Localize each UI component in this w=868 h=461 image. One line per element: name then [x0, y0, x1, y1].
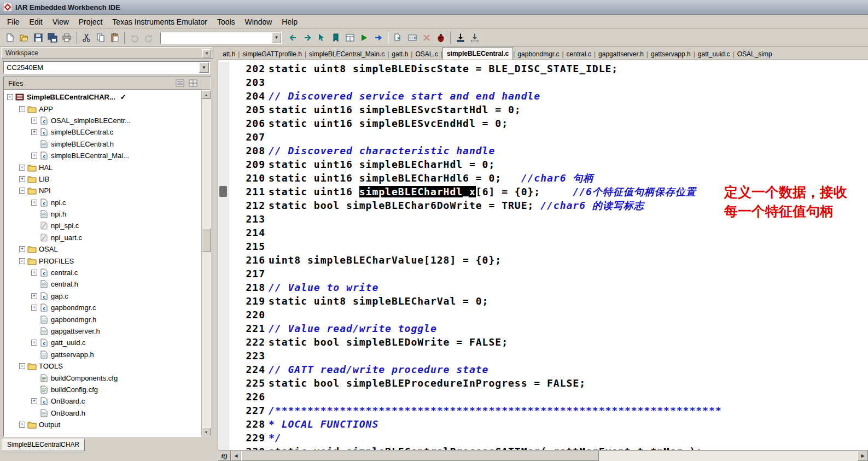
save-button[interactable] — [31, 31, 45, 45]
menu-window[interactable]: Window — [240, 15, 277, 28]
cut-button[interactable] — [79, 31, 94, 45]
download-and-debug-button[interactable] — [453, 31, 468, 45]
expand-icon[interactable]: + — [31, 398, 37, 404]
breakpoint-gutter[interactable] — [218, 103, 229, 116]
editor-tab-gatt-h[interactable]: gatt.h — [389, 48, 411, 60]
tree-item-gapbondmgr-h[interactable]: gapbondmgr.h — [6, 313, 201, 325]
editor-tab-gattservapp-h[interactable]: gattservapp.h — [648, 48, 694, 60]
expand-icon[interactable]: + — [31, 153, 37, 159]
menu-tools[interactable]: Tools — [212, 15, 240, 28]
tree-item-npi-h[interactable]: npi.h — [6, 208, 201, 220]
editor-tab-gapbondmgr-c[interactable]: gapbondmgr.c — [515, 48, 562, 60]
tree-item-lib[interactable]: +LIB — [6, 173, 201, 185]
expand-icon[interactable]: + — [31, 305, 37, 311]
code-line[interactable]: 230static void simpleBLECentralProcessGA… — [218, 445, 868, 450]
editor-tab-att-h[interactable]: att.h — [220, 48, 238, 60]
workspace-scrollbar[interactable]: ▲ ▼ — [201, 90, 211, 436]
breakpoint-gutter[interactable] — [218, 199, 229, 212]
tree-item-onboard-h[interactable]: OnBoard.h — [6, 407, 201, 419]
breakpoint-gutter[interactable] — [218, 445, 229, 450]
tree-item-gap-c[interactable]: +cgap.c — [6, 290, 201, 302]
debug-without-downloading-button[interactable] — [468, 31, 482, 45]
expand-icon[interactable]: + — [31, 340, 37, 346]
tree-item-buildcomponents-cfg[interactable]: buildComponents.cfg — [6, 372, 201, 383]
tree-item-gapgattserver-h[interactable]: gapgattserver.h — [6, 325, 201, 337]
options-column-icon[interactable] — [189, 79, 199, 87]
tree-item-hal[interactable]: +HAL — [6, 161, 201, 173]
expand-icon[interactable]: + — [19, 246, 25, 252]
expand-icon[interactable]: + — [31, 270, 37, 276]
scroll-down-icon[interactable]: ▼ — [202, 428, 211, 436]
code-line[interactable]: 203 — [218, 75, 868, 89]
tree-item-profiles[interactable]: −PROFILES — [6, 255, 201, 266]
copy-button[interactable] — [94, 31, 108, 45]
breakpoint-gutter[interactable] — [218, 322, 229, 335]
breakpoint-gutter[interactable] — [218, 417, 229, 431]
code-line[interactable]: 214 — [218, 226, 868, 240]
collapse-icon[interactable]: − — [19, 106, 25, 112]
tree-item-npi-uart-c[interactable]: npi_uart.c — [6, 232, 201, 243]
breakpoint-gutter[interactable] — [218, 62, 229, 75]
function-list-button[interactable]: f() — [218, 451, 231, 461]
tree-item-central-h[interactable]: central.h — [6, 278, 201, 290]
breakpoint-gutter[interactable] — [218, 335, 229, 349]
breakpoint-gutter[interactable] — [218, 212, 229, 226]
tree-item-npi-c[interactable]: +cnpi.c — [6, 197, 201, 208]
find-combo[interactable]: ▼ — [160, 32, 282, 44]
workspace-tab[interactable]: SimpleBLECentralCHAR — [2, 439, 85, 451]
editor-tab-simpleblecentral-c[interactable]: simpleBLECentral.c — [442, 47, 513, 60]
breakpoint-gutter[interactable] — [218, 144, 229, 157]
breakpoint-gutter[interactable] — [218, 157, 229, 171]
code-line[interactable]: 209static uint16 simpleBLECharHdl = 0; — [218, 157, 868, 171]
code-line[interactable]: 215 — [218, 240, 868, 253]
tree-item-gattservapp-h[interactable]: gattservapp.h — [6, 349, 201, 360]
code-line[interactable]: 222static bool simpleBLEDoWrite = FALSE; — [218, 335, 868, 349]
tree-item-central-c[interactable]: +ccentral.c — [6, 267, 201, 278]
make-button[interactable] — [391, 31, 405, 45]
workspace-close-button[interactable]: × — [202, 49, 211, 57]
toggle-bookmark-button[interactable] — [329, 31, 343, 45]
code-line[interactable]: 228* LOCAL FUNCTIONS — [218, 417, 868, 431]
code-line[interactable]: 208// Discovered characteristic handle — [218, 144, 868, 157]
breakpoint-gutter[interactable] — [218, 376, 229, 390]
breakpoint-gutter[interactable] — [218, 308, 229, 322]
code-line[interactable]: 225static bool simpleBLEProcedureInProgr… — [218, 376, 868, 390]
code-line[interactable]: 217 — [218, 267, 868, 281]
code-line[interactable]: 226 — [218, 390, 868, 404]
menu-file[interactable]: File — [2, 15, 25, 28]
breakpoint-gutter[interactable] — [218, 404, 229, 417]
new-document-button[interactable] — [3, 31, 17, 45]
breakpoint-gutter[interactable] — [218, 363, 229, 376]
code-line[interactable]: 216uint8 simpleBLECharValue[128] = {0}; — [218, 253, 868, 267]
tree-item-simpleblecentralchar[interactable]: −SimpleBLECentralCHAR...✓ — [6, 91, 201, 103]
tree-item-gatt-uuid-c[interactable]: +cgatt_uuid.c — [6, 337, 201, 348]
breakpoint-gutter[interactable] — [218, 240, 229, 253]
breakpoint-gutter[interactable] — [218, 294, 229, 308]
window-layout-button[interactable] — [343, 31, 357, 45]
breakpoint-gutter[interactable] — [218, 431, 229, 445]
breakpoint-gutter[interactable] — [218, 116, 229, 130]
debug-button[interactable] — [434, 31, 448, 45]
tree-item-simpleblecentral-mai[interactable]: +csimpleBLECentral_Mai... — [6, 150, 201, 161]
collapse-icon[interactable]: − — [19, 363, 25, 369]
expand-icon[interactable]: + — [19, 176, 25, 182]
tree-item-tools[interactable]: −TOOLS — [6, 360, 201, 372]
menu-texas-instruments-emulator[interactable]: Texas Instruments Emulator — [107, 15, 212, 28]
breakpoint-gutter[interactable] — [218, 171, 229, 185]
code-line[interactable]: 229*/ — [218, 431, 868, 445]
editor-tab-gatt-uuid-c[interactable]: gatt_uuid.c — [695, 48, 733, 60]
code-line[interactable]: 223 — [218, 349, 868, 363]
tree-item-output[interactable]: +Output — [6, 419, 201, 430]
code-line[interactable]: 219static uint8 simpleBLECharVal = 0; — [218, 294, 868, 308]
menu-project[interactable]: Project — [74, 15, 108, 28]
chevron-down-icon[interactable]: ▼ — [272, 32, 281, 43]
tree-item-app[interactable]: −APP — [6, 103, 201, 114]
editor-tab-simplegattprofile-h[interactable]: simpleGATTprofile.h — [240, 48, 304, 60]
tree-item-osal-simpleblecentr[interactable]: +cOSAL_simpleBLECentr... — [6, 115, 201, 126]
go-button[interactable] — [357, 31, 371, 45]
editor-tab-gapgattserver-h[interactable]: gapgattserver.h — [596, 48, 646, 60]
editor-tab-osal-simp[interactable]: OSAL_simp — [735, 48, 775, 60]
paste-button[interactable] — [108, 31, 122, 45]
menu-view[interactable]: View — [48, 15, 74, 28]
tree-item-simpleblecentral-h[interactable]: simpleBLECentral.h — [6, 138, 201, 150]
